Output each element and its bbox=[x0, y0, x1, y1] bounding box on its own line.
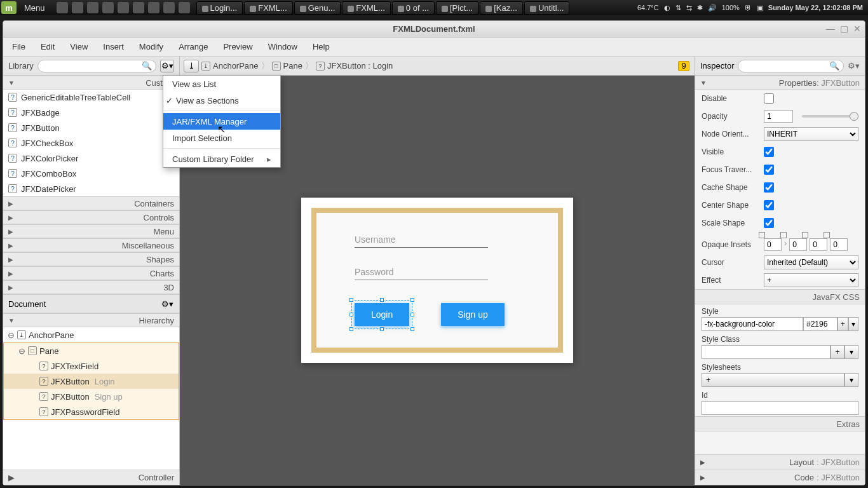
bluetooth-icon[interactable]: ✱ bbox=[697, 4, 703, 12]
style-key-input[interactable] bbox=[702, 317, 803, 331]
dropdown-button[interactable]: ▾ bbox=[844, 373, 858, 387]
menu-preview[interactable]: Preview bbox=[223, 42, 252, 51]
library-section[interactable]: ▶Shapes bbox=[3, 252, 179, 266]
ql-icon[interactable] bbox=[102, 2, 114, 13]
add-stylesheet-button[interactable]: + bbox=[702, 373, 844, 387]
maximize-icon[interactable]: ▢ bbox=[840, 24, 848, 34]
disable-checkbox[interactable] bbox=[764, 93, 774, 104]
preview-pane[interactable]: Login Sign up bbox=[311, 208, 563, 353]
controller-section[interactable]: ▶Controller bbox=[3, 470, 179, 485]
task-item[interactable]: FXML... bbox=[342, 1, 391, 15]
library-section-custom[interactable]: ▼Custom bbox=[3, 76, 179, 90]
cache-checkbox[interactable] bbox=[764, 182, 774, 193]
tray-icon[interactable]: ◐ bbox=[664, 4, 670, 12]
close-icon[interactable]: ✕ bbox=[853, 24, 861, 34]
ql-icon[interactable] bbox=[163, 2, 175, 13]
ql-icon[interactable] bbox=[57, 2, 68, 13]
menu-jar-fxml-manager[interactable]: JAR/FXML Manager bbox=[163, 113, 280, 130]
menu-insert[interactable]: Insert bbox=[103, 42, 124, 51]
id-input[interactable] bbox=[702, 401, 858, 415]
tree-row-selected[interactable]: ?JFXButtonLogin bbox=[4, 374, 179, 389]
menu-import-selection[interactable]: Import Selection bbox=[163, 130, 280, 146]
task-item[interactable]: Login... bbox=[196, 1, 243, 15]
library-item[interactable]: ?JFXDatePicker bbox=[3, 181, 179, 196]
minimize-icon[interactable]: — bbox=[826, 24, 835, 34]
select-parent-button[interactable]: ⤓ bbox=[184, 60, 199, 72]
collapse-icon[interactable]: ⊖ bbox=[7, 330, 15, 340]
link-icon[interactable] bbox=[780, 232, 787, 238]
task-item[interactable]: FXML... bbox=[244, 1, 293, 15]
menu-view-as-list[interactable]: View as List bbox=[163, 76, 280, 92]
preview-root[interactable]: Login Sign up bbox=[301, 198, 573, 363]
styleclass-input[interactable] bbox=[702, 345, 831, 359]
node-orientation-select[interactable]: INHERIT bbox=[764, 127, 858, 141]
dropdown-button[interactable]: ▾ bbox=[844, 345, 858, 359]
library-search[interactable]: 🔍 bbox=[37, 60, 156, 72]
ql-icon[interactable] bbox=[72, 2, 83, 13]
inspector-search[interactable]: 🔍 bbox=[738, 60, 844, 72]
inset-right[interactable] bbox=[789, 238, 807, 251]
menu-modify[interactable]: Modify bbox=[139, 42, 163, 51]
menu-help[interactable]: Help bbox=[313, 42, 330, 51]
menu-edit[interactable]: Edit bbox=[41, 42, 55, 51]
menu-view-as-sections[interactable]: View as Sections bbox=[163, 92, 280, 109]
inset-top[interactable] bbox=[764, 238, 782, 251]
menu-arrange[interactable]: Arrange bbox=[179, 42, 208, 51]
breadcrumb-item[interactable]: □Pane bbox=[272, 61, 302, 71]
library-section[interactable]: ▶Menu bbox=[3, 224, 179, 238]
library-item[interactable]: ?JFXButton bbox=[3, 120, 179, 135]
opacity-slider[interactable] bbox=[802, 115, 858, 118]
scale-checkbox[interactable] bbox=[764, 218, 774, 228]
ql-icon[interactable] bbox=[148, 2, 159, 13]
menu-window[interactable]: Window bbox=[268, 42, 297, 51]
selected-node[interactable]: Login bbox=[355, 303, 409, 326]
collapse-icon[interactable]: ⊖ bbox=[18, 346, 25, 356]
focus-checkbox[interactable] bbox=[764, 165, 774, 175]
breadcrumb-item[interactable]: ⤓AnchorPane bbox=[201, 61, 259, 71]
ql-icon[interactable] bbox=[179, 2, 190, 13]
login-button[interactable]: Login bbox=[355, 303, 409, 326]
document-menu-button[interactable]: ⚙▾ bbox=[160, 297, 174, 310]
username-field[interactable] bbox=[355, 232, 488, 248]
library-section[interactable]: ▶Containers bbox=[3, 196, 179, 210]
library-item[interactable]: ?JFXCheckBox bbox=[3, 135, 179, 151]
ql-icon[interactable] bbox=[133, 2, 144, 13]
titlebar[interactable]: FXMLDocument.fxml — ▢ ✕ bbox=[3, 21, 865, 37]
inspector-menu-button[interactable]: ⚙▾ bbox=[848, 61, 860, 71]
tree-row[interactable]: ?JFXButtonSign up bbox=[4, 389, 179, 404]
layout-section[interactable]: ▶Layout: JFXButton bbox=[695, 454, 865, 470]
style-value-input[interactable] bbox=[803, 317, 837, 331]
menu-button[interactable]: Menu bbox=[18, 3, 51, 13]
task-item[interactable]: 0 of ... bbox=[392, 1, 435, 15]
breadcrumb-item[interactable]: ?JFXButton : Login bbox=[316, 61, 393, 71]
task-item[interactable]: Untitl... bbox=[524, 1, 569, 15]
effect-select[interactable]: + bbox=[764, 273, 858, 287]
hierarchy-section[interactable]: ▼Hierarchy bbox=[3, 313, 179, 327]
library-item[interactable]: ?JFXColorPicker bbox=[3, 151, 179, 166]
library-item[interactable]: ?JFXBadge bbox=[3, 105, 179, 120]
opacity-input[interactable] bbox=[764, 110, 793, 123]
add-button[interactable]: + bbox=[831, 345, 844, 359]
signup-button[interactable]: Sign up bbox=[441, 303, 504, 326]
link-icon[interactable] bbox=[759, 232, 765, 238]
link-icon[interactable] bbox=[824, 232, 830, 238]
ql-icon[interactable] bbox=[118, 2, 129, 13]
task-item[interactable]: [Pict... bbox=[436, 1, 478, 15]
library-section[interactable]: ▶Controls bbox=[3, 210, 179, 224]
code-section[interactable]: ▶Code: JFXButton bbox=[695, 470, 865, 485]
camera-icon[interactable]: ▣ bbox=[757, 4, 763, 12]
library-menu-button[interactable]: ⚙▾ bbox=[160, 60, 174, 72]
task-item[interactable]: Genu... bbox=[294, 1, 341, 15]
volume-icon[interactable]: 🔊 bbox=[708, 4, 717, 12]
mint-menu-icon[interactable]: m bbox=[1, 1, 17, 14]
tray-icon[interactable]: ⇅ bbox=[675, 4, 681, 12]
add-button[interactable]: + bbox=[837, 317, 848, 331]
tree-row[interactable]: ⊖□Pane bbox=[4, 343, 179, 358]
library-item[interactable]: ?JFXComboBox bbox=[3, 166, 179, 181]
tree-row[interactable]: ?JFXPasswordField bbox=[4, 404, 179, 419]
cursor-select[interactable]: Inherited (Default) bbox=[764, 255, 858, 269]
tree-row[interactable]: ?JFXTextField bbox=[4, 358, 179, 374]
link-icon[interactable] bbox=[802, 232, 808, 238]
menu-file[interactable]: File bbox=[12, 42, 25, 51]
library-item[interactable]: ?GenericEditableTreeTableCell bbox=[3, 90, 179, 105]
